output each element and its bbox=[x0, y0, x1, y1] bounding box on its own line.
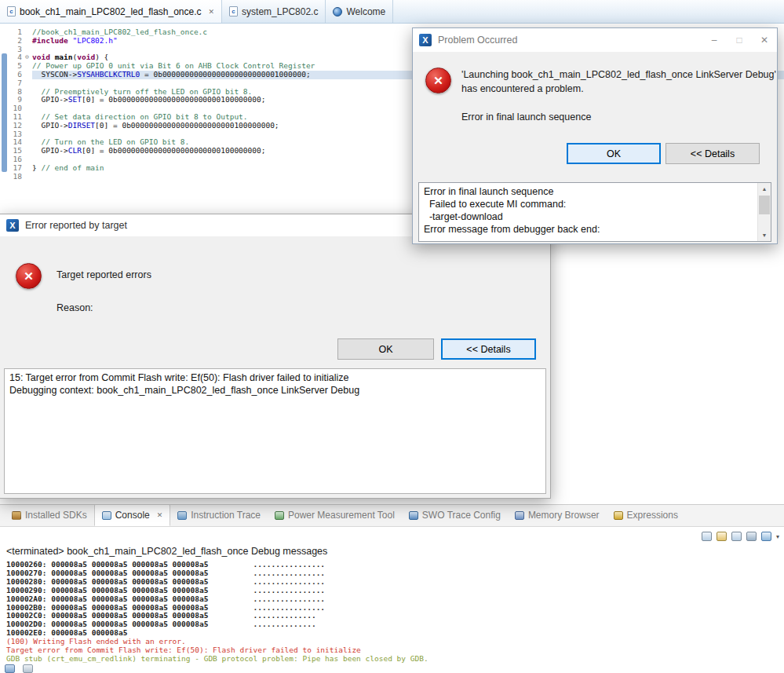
fold-margin bbox=[22, 173, 32, 181]
tab-label: Console bbox=[115, 510, 150, 521]
maximize-icon[interactable]: □ bbox=[727, 28, 752, 52]
line-number: 18 bbox=[9, 173, 22, 181]
console-output[interactable]: 10000260: 000008a5 000008a5 000008a5 000… bbox=[6, 561, 784, 664]
line-number: 17 bbox=[9, 164, 22, 173]
reason-label: Reason: bbox=[57, 302, 93, 313]
fold-margin bbox=[22, 88, 32, 97]
scroll-down-icon[interactable]: ▼ bbox=[758, 229, 771, 241]
scroll-up-icon[interactable]: ▲ bbox=[758, 183, 771, 195]
details-line: -target-download bbox=[424, 210, 753, 223]
expressions-icon bbox=[614, 511, 623, 520]
bottom-tab-bar: Installed SDKs Console ✕ Instruction Tra… bbox=[0, 505, 784, 527]
status-icons bbox=[5, 664, 33, 673]
editor-tab-label: Welcome bbox=[346, 6, 385, 17]
instruction-trace-icon bbox=[177, 511, 187, 520]
fold-collapse-icon[interactable]: ⊖ bbox=[22, 53, 32, 62]
error-details-text[interactable]: 15: Target error from Commit Flash write… bbox=[4, 368, 546, 494]
tab-swo-trace-config[interactable]: SWO Trace Config bbox=[402, 504, 508, 526]
power-measurement-icon bbox=[275, 511, 284, 520]
console-toolbar: ▾ bbox=[702, 529, 779, 544]
dialog-title-bar[interactable]: X Problem Occurred – □ ✕ bbox=[413, 28, 777, 52]
console-title: <terminated> book_ch1_main_LPC802_led_fl… bbox=[6, 546, 327, 557]
ide-window: c book_ch1_main_LPC802_led_flash_once.c … bbox=[0, 0, 784, 673]
scrollbar-thumb[interactable] bbox=[759, 196, 770, 214]
fold-margin bbox=[22, 28, 32, 37]
error-cross-glyph: ✕ bbox=[433, 74, 443, 88]
app-x-logo-icon: X bbox=[6, 219, 19, 232]
bottom-status-icon-2[interactable] bbox=[23, 664, 33, 673]
fold-margin bbox=[22, 37, 32, 46]
error-icon: ✕ bbox=[16, 263, 42, 289]
line-number: 2 bbox=[9, 37, 22, 46]
globe-icon bbox=[333, 7, 342, 16]
tab-installed-sdks[interactable]: Installed SDKs bbox=[5, 504, 94, 526]
scroll-lock-icon[interactable] bbox=[717, 532, 727, 541]
fold-margin bbox=[22, 46, 32, 54]
editor-tab-label: book_ch1_main_LPC802_led_flash_once.c bbox=[20, 6, 202, 17]
details-line: Debugging context: book_ch1_main_LPC802_… bbox=[9, 384, 541, 397]
fold-margin bbox=[22, 155, 32, 164]
tab-instruction-trace[interactable]: Instruction Trace bbox=[170, 504, 268, 526]
minimize-icon[interactable]: – bbox=[702, 28, 727, 52]
close-tab-icon[interactable]: ✕ bbox=[157, 511, 163, 519]
tab-label: Installed SDKs bbox=[25, 510, 87, 521]
editor-tab-book-ch1-main[interactable]: c book_ch1_main_LPC802_led_flash_once.c … bbox=[0, 0, 222, 23]
line-number: 7 bbox=[9, 79, 22, 88]
tab-console[interactable]: Console ✕ bbox=[94, 504, 171, 526]
console-view: Installed SDKs Console ✕ Instruction Tra… bbox=[0, 504, 784, 673]
c-file-icon: c bbox=[229, 6, 238, 16]
tab-expressions[interactable]: Expressions bbox=[607, 504, 685, 526]
fold-margin bbox=[22, 122, 32, 130]
clear-console-icon[interactable] bbox=[702, 532, 712, 541]
details-button[interactable]: << Details bbox=[665, 143, 760, 164]
fold-margin bbox=[22, 113, 32, 122]
range-indicator bbox=[2, 53, 7, 172]
fold-margin bbox=[22, 62, 32, 71]
close-icon[interactable]: ✕ bbox=[752, 28, 777, 52]
error-icon: ✕ bbox=[425, 68, 451, 93]
app-x-logo-icon: X bbox=[419, 34, 432, 46]
fold-margin bbox=[22, 71, 32, 79]
console-line: 10000290: 000008a5 000008a5 000008a5 000… bbox=[6, 587, 784, 595]
editor-tab-welcome[interactable]: Welcome bbox=[326, 0, 393, 23]
editor-tab-label: system_LPC802.c bbox=[242, 6, 318, 17]
tab-power-measurement-tool[interactable]: Power Measurement Tool bbox=[268, 504, 402, 526]
dialog-title: Error reported by target bbox=[25, 220, 127, 231]
details-line: Error message from debugger back end: bbox=[424, 223, 753, 236]
close-tab-icon[interactable]: ✕ bbox=[209, 8, 215, 16]
dialog-submessage: Error in final launch sequence bbox=[461, 112, 591, 123]
tab-label: Expressions bbox=[627, 510, 678, 521]
details-button[interactable]: << Details bbox=[441, 338, 536, 360]
details-line: 15: Target error from Commit Flash write… bbox=[9, 371, 541, 384]
details-line: Error in final launch sequence bbox=[424, 185, 753, 198]
fold-margin bbox=[22, 147, 32, 155]
installed-sdks-icon bbox=[12, 511, 21, 520]
editor-tab-bar: c book_ch1_main_LPC802_led_flash_once.c … bbox=[0, 0, 784, 24]
error-reported-by-target-dialog: X Error reported by target ✕ Target repo… bbox=[0, 214, 551, 499]
open-console-icon[interactable] bbox=[761, 532, 771, 541]
tab-memory-browser[interactable]: Memory Browser bbox=[508, 504, 607, 526]
dialog-title: Problem Occurred bbox=[438, 35, 517, 46]
window-buttons: – □ ✕ bbox=[702, 28, 777, 52]
tab-label: SWO Trace Config bbox=[422, 510, 501, 521]
fold-margin bbox=[22, 104, 32, 113]
pin-console-icon[interactable] bbox=[731, 532, 742, 541]
console-icon bbox=[102, 511, 111, 520]
swo-trace-icon bbox=[409, 511, 418, 520]
display-selected-console-icon[interactable] bbox=[746, 532, 757, 541]
bottom-status-icon-1[interactable] bbox=[5, 664, 15, 673]
error-details-text[interactable]: ▲ ▼ Error in final launch sequence Faile… bbox=[418, 182, 771, 242]
editor-tab-system-lpc802[interactable]: c system_LPC802.c bbox=[222, 0, 326, 23]
tab-label: Power Measurement Tool bbox=[288, 510, 395, 521]
line-number: 12 bbox=[9, 122, 22, 130]
open-console-menu-arrow-icon[interactable]: ▾ bbox=[776, 533, 779, 540]
console-line: 100002A0: 000008a5 000008a5 000008a5 000… bbox=[6, 595, 784, 604]
details-scrollbar[interactable]: ▲ ▼ bbox=[757, 183, 771, 241]
fold-margin bbox=[22, 138, 32, 147]
dialog-message: Target reported errors bbox=[57, 269, 151, 280]
details-line: Failed to execute MI command: bbox=[424, 198, 753, 210]
problem-occurred-dialog: X Problem Occurred – □ ✕ ✕ 'Launching bo… bbox=[412, 27, 778, 244]
ok-button[interactable]: OK bbox=[337, 338, 434, 360]
ok-button[interactable]: OK bbox=[567, 143, 661, 164]
fold-margin bbox=[22, 130, 32, 139]
